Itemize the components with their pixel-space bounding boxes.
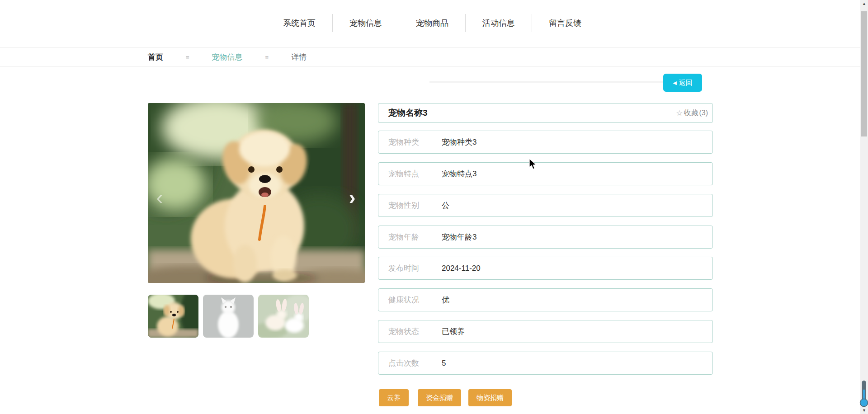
star-icon: ☆ <box>676 108 683 118</box>
thumbnail-rabbits[interactable] <box>258 295 309 338</box>
field-label: 宠物年龄 <box>388 232 432 242</box>
pet-photo-dog <box>148 103 365 283</box>
favorite-label: 收藏 <box>684 108 698 118</box>
field-label: 宠物特点 <box>388 169 432 179</box>
field-label: 宠物种类 <box>388 137 432 147</box>
top-navigation-bar: 系统首页 宠物信息 宠物商品 活动信息 留言反馈 <box>0 0 860 47</box>
breadcrumb-home-link[interactable]: 首页 <box>148 52 163 62</box>
nav-item-pet-products[interactable]: 宠物商品 <box>399 18 465 28</box>
field-label: 发布时间 <box>388 263 432 273</box>
field-label: 健康状况 <box>388 295 432 305</box>
field-value: 公 <box>442 200 449 211</box>
detail-row-health: 健康状况 优 <box>378 288 713 311</box>
thumbnail-dog[interactable] <box>148 295 198 338</box>
breadcrumb-separator-icon: ≡ <box>186 54 189 61</box>
pet-name-row: 宠物名称3 ☆ 收藏 (3) <box>378 103 713 123</box>
back-button[interactable]: ◀ 返回 <box>663 74 702 92</box>
thumbnail-strip <box>148 295 309 338</box>
scrollbar-down-icon[interactable]: ▼ <box>860 407 868 414</box>
field-value: 2024-11-20 <box>442 264 481 273</box>
detail-row-species: 宠物种类 宠物种类3 <box>378 131 713 154</box>
material-donation-button[interactable]: 物资捐赠 <box>468 389 512 406</box>
detail-row-publish-date: 发布时间 2024-11-20 <box>378 257 713 280</box>
field-value: 宠物年龄3 <box>442 232 476 242</box>
favorite-count: (3) <box>699 109 708 117</box>
favorite-button[interactable]: ☆ 收藏 (3) <box>676 108 708 118</box>
cat-thumbnail-image <box>203 295 254 338</box>
field-label: 点击次数 <box>388 358 432 368</box>
panel-top-shadow <box>429 81 663 83</box>
thumbnail-cat[interactable] <box>203 295 254 338</box>
scrollbar-thumb[interactable] <box>861 11 867 136</box>
scrollbar-up-icon[interactable]: ▲ <box>860 0 868 7</box>
field-value: 宠物种类3 <box>442 137 476 147</box>
breadcrumb-pet-info-link[interactable]: 宠物信息 <box>212 52 243 62</box>
nav-item-pet-info[interactable]: 宠物信息 <box>333 18 399 28</box>
nav-menu: 系统首页 宠物信息 宠物商品 活动信息 留言反馈 <box>266 10 598 36</box>
breadcrumb: 首页 ≡ 宠物信息 ≡ 详情 <box>148 48 307 66</box>
back-arrow-icon: ◀ <box>673 80 676 86</box>
carousel-prev-button[interactable]: ‹ <box>151 187 168 208</box>
cloud-care-button[interactable]: 云养 <box>379 389 409 406</box>
detail-row-gender: 宠物性别 公 <box>378 194 713 217</box>
field-value: 已领养 <box>442 326 465 337</box>
thermometer-scroll-indicator-icon <box>859 380 868 408</box>
breadcrumb-current-page: 详情 <box>291 52 307 62</box>
field-value: 优 <box>442 295 449 305</box>
field-value: 5 <box>442 359 446 368</box>
pet-photo-carousel: ‹ › <box>148 103 365 283</box>
detail-row-traits: 宠物特点 宠物特点3 <box>378 162 713 185</box>
fund-donation-button[interactable]: 资金捐赠 <box>418 389 461 406</box>
dog-thumbnail-image <box>148 295 198 338</box>
detail-row-status: 宠物状态 已领养 <box>378 320 713 343</box>
field-label: 宠物状态 <box>388 326 432 337</box>
breadcrumb-bar: 首页 ≡ 宠物信息 ≡ 详情 <box>0 48 860 66</box>
carousel-next-button[interactable]: › <box>344 187 360 208</box>
nav-item-activity-info[interactable]: 活动信息 <box>466 18 532 28</box>
breadcrumb-separator-icon: ≡ <box>265 54 269 61</box>
detail-row-age: 宠物年龄 宠物年龄3 <box>378 226 713 249</box>
rabbits-thumbnail-image <box>258 295 309 338</box>
action-buttons: 云养 资金捐赠 物资捐赠 <box>379 389 512 406</box>
pet-name-title: 宠物名称3 <box>388 107 676 119</box>
field-label: 宠物性别 <box>388 200 432 211</box>
back-button-label: 返回 <box>679 79 693 87</box>
field-value: 宠物特点3 <box>442 169 476 179</box>
nav-item-system-home[interactable]: 系统首页 <box>266 18 332 28</box>
nav-item-feedback[interactable]: 留言反馈 <box>532 18 598 28</box>
vertical-scrollbar[interactable]: ▲ ▼ <box>860 0 868 414</box>
detail-row-clicks: 点击次数 5 <box>378 352 713 375</box>
